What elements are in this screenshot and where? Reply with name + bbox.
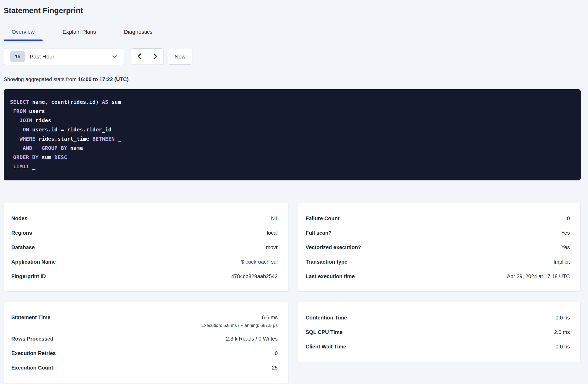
- card-row-execution-count: Execution Count25: [11, 360, 278, 375]
- row-value-fingerprint-id: 4784cb829aab2542: [231, 273, 278, 280]
- row-label-full-scan: Full scan?: [306, 229, 332, 237]
- row-label-database: Database: [11, 244, 35, 251]
- card-row-last-execution-time: Last execution timeApr 29, 2024 at 17:18…: [306, 269, 570, 283]
- sql-text: _: [114, 136, 121, 142]
- row-label-transaction-type: Transaction type: [306, 258, 347, 265]
- sql-text: [10, 136, 19, 142]
- time-range-arrows: [131, 48, 163, 65]
- row-label-execution-retries: Execution Retries: [11, 349, 56, 357]
- statement-details-card: NodesN1RegionslocalDatabasemovrApplicati…: [4, 203, 288, 292]
- sql-text: [10, 163, 13, 170]
- sql-text: name, count(rides.id): [29, 99, 102, 105]
- sql-text: [10, 154, 13, 160]
- sql-keyword: ORDER BY: [13, 154, 38, 160]
- card-row-application-name: Application Name$ cockroach sql: [11, 254, 278, 269]
- statement-times-card: Statement Time6.6 msExecution: 5.8 ms / …: [4, 302, 288, 383]
- card-row-vectorized-execution: Vectorized execution?Yes: [306, 240, 570, 254]
- card-row-rows-processed: Rows Processed2.3 k Reads / 0 Writes: [11, 331, 278, 346]
- tab-overview[interactable]: Overview: [4, 28, 43, 40]
- tab-explain-plans[interactable]: Explain Plans: [55, 28, 104, 40]
- card-row-statement-time: Statement Time6.6 msExecution: 5.8 ms / …: [11, 310, 278, 331]
- sql-text: [10, 126, 23, 133]
- time-range-label: Past Hour: [30, 53, 54, 60]
- row-label-application-name: Application Name: [11, 258, 56, 265]
- row-value-transaction-type: Implicit: [554, 258, 570, 265]
- row-label-sql-cpu-time: SQL CPU Time: [306, 328, 342, 336]
- perf-cards-row: Statement Time6.6 msExecution: 5.8 ms / …: [4, 302, 581, 383]
- stats-summary: Showing aggregated stats from 16:00 to 1…: [4, 76, 588, 83]
- card-row-database: Databasemovr: [11, 240, 278, 254]
- statement-fingerprint-page: Statement Fingerprint Overview Explain P…: [0, 6, 588, 384]
- row-label-fingerprint-id: Fingerprint ID: [11, 273, 46, 280]
- page-title: Statement Fingerprint: [4, 6, 588, 16]
- time-range-select[interactable]: 1h Past Hour: [4, 48, 124, 65]
- sql-text: name: [67, 145, 83, 151]
- sql-text: sum: [38, 154, 54, 160]
- sql-keyword: SELECT: [10, 99, 29, 105]
- stats-summary-range: 16:00 to 17:22 (UTC): [78, 76, 128, 82]
- row-label-contention-time: Contention Time: [306, 314, 347, 321]
- sql-text: sum: [108, 99, 121, 105]
- sql-keyword: BETWEEN: [92, 136, 114, 142]
- row-label-vectorized-execution: Vectorized execution?: [306, 244, 361, 251]
- chevron-left-icon: [137, 53, 142, 60]
- sql-text: _: [29, 163, 35, 170]
- card-row-fingerprint-id: Fingerprint ID4784cb829aab2542: [11, 269, 278, 283]
- chevron-down-icon: [112, 55, 117, 58]
- row-value-full-scan: Yes: [561, 229, 570, 237]
- time-controls: 1h Past Hour Now: [4, 48, 588, 65]
- sql-keyword: WHERE: [19, 136, 35, 142]
- row-subvalue-statement-time: Execution: 5.8 ms / Planning: 687.5 µs: [201, 323, 278, 328]
- card-row-contention-time: Contention Time0.0 ns: [306, 310, 570, 325]
- card-row-transaction-type: Transaction typeImplicit: [306, 254, 570, 269]
- sql-text: _: [32, 145, 42, 151]
- sql-keyword: GROUP BY: [42, 145, 67, 151]
- card-row-full-scan: Full scan?Yes: [306, 225, 570, 240]
- sql-text: [10, 145, 23, 151]
- row-value-client-wait-time: 0.0 ns: [556, 343, 570, 350]
- card-row-failure-count: Failure Count0: [306, 211, 570, 225]
- sql-keyword: AND: [23, 145, 32, 151]
- row-label-last-execution-time: Last execution time: [306, 273, 355, 280]
- row-label-rows-processed: Rows Processed: [11, 335, 53, 342]
- row-value-execution-count: 25: [272, 364, 278, 371]
- row-value-database: movr: [266, 244, 278, 251]
- next-range-button[interactable]: [147, 49, 163, 65]
- sql-keyword: DESC: [54, 154, 67, 160]
- card-row-client-wait-time: Client Wait Time0.0 ns: [306, 339, 570, 354]
- row-value-nodes-link[interactable]: N1: [271, 215, 278, 222]
- execution-attributes-card: Failure Count0Full scan?YesVectorized ex…: [298, 203, 581, 292]
- prev-range-button[interactable]: [131, 49, 147, 65]
- row-label-execution-count: Execution Count: [11, 364, 53, 371]
- stats-summary-prefix: Showing aggregated stats from: [4, 76, 78, 82]
- row-value-contention-time: 0.0 ns: [556, 314, 570, 321]
- tab-diagnostics[interactable]: Diagnostics: [116, 28, 161, 40]
- sql-text: [10, 108, 13, 114]
- row-label-regions: Regions: [11, 229, 32, 237]
- sql-keyword: JOIN: [19, 117, 32, 124]
- row-value-regions: local: [267, 229, 278, 237]
- row-label-nodes: Nodes: [11, 215, 27, 222]
- sql-statement-box: SELECT name, count(rides.id) AS sum FROM…: [4, 89, 581, 180]
- card-row-sql-cpu-time: SQL CPU Time2.0 ms: [306, 325, 570, 339]
- row-value-rows-processed: 2.3 k Reads / 0 Writes: [226, 335, 278, 342]
- sql-keyword: AS: [102, 99, 108, 105]
- sql-text: rides: [32, 117, 51, 124]
- sql-keyword: FROM: [13, 108, 26, 114]
- row-value-execution-retries: 0: [275, 349, 278, 357]
- row-value-application-name-link[interactable]: $ cockroach sql: [241, 258, 278, 265]
- time-range-badge: 1h: [10, 51, 25, 62]
- row-value-statement-time: 6.6 msExecution: 5.8 ms / Planning: 687.…: [201, 314, 278, 328]
- info-cards-row: NodesN1RegionslocalDatabasemovrApplicati…: [4, 203, 581, 292]
- row-label-failure-count: Failure Count: [306, 215, 340, 222]
- sql-text: rides.start_time: [35, 136, 92, 142]
- row-value-vectorized-execution: Yes: [561, 244, 570, 251]
- card-row-execution-retries: Execution Retries0: [11, 346, 278, 360]
- now-button[interactable]: Now: [168, 49, 192, 65]
- wait-times-card: Contention Time0.0 nsSQL CPU Time2.0 msC…: [298, 302, 581, 362]
- row-label-client-wait-time: Client Wait Time: [306, 343, 346, 350]
- row-value-failure-count: 0: [567, 215, 570, 222]
- sql-code: SELECT name, count(rides.id) AS sum FROM…: [10, 97, 573, 171]
- chevron-right-icon: [153, 53, 158, 60]
- row-value-last-execution-time: Apr 29, 2024 at 17:18 UTC: [507, 273, 570, 280]
